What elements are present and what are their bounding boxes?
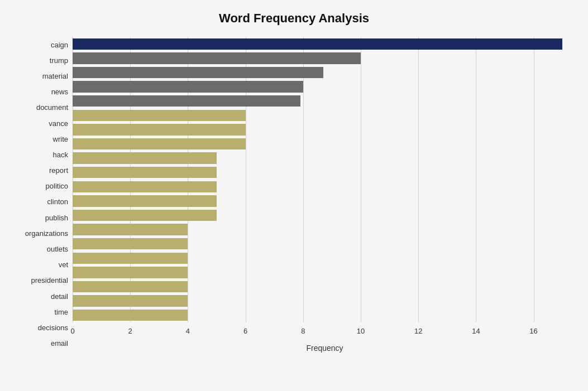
- bar: [73, 95, 300, 107]
- bar: [73, 224, 188, 235]
- x-tick-label: 14: [471, 327, 480, 335]
- bar: [73, 138, 246, 149]
- y-label: document: [36, 104, 68, 111]
- bar: [73, 67, 323, 78]
- bar: [73, 281, 188, 292]
- bar: [73, 124, 246, 135]
- y-axis-labels: caigntrumpmaterialnewsdocumentvancewrite…: [11, 37, 73, 353]
- grid-line: [534, 37, 534, 322]
- x-tick-label: 12: [414, 327, 423, 335]
- y-label: email: [51, 340, 68, 347]
- bar: [73, 167, 217, 178]
- y-label: caign: [51, 41, 68, 49]
- x-tick-label: 6: [241, 327, 250, 335]
- y-label: vet: [59, 261, 68, 268]
- y-label: clinton: [47, 198, 68, 205]
- bar: [73, 110, 246, 121]
- bar: [73, 152, 217, 163]
- x-tick-label: 16: [529, 327, 538, 335]
- bar: [73, 310, 188, 321]
- x-tick-label: 4: [183, 327, 192, 335]
- y-label: decisions: [38, 324, 68, 331]
- grid-line: [246, 37, 246, 322]
- x-tick-label: 8: [299, 327, 308, 335]
- x-tick-label: 2: [126, 327, 135, 335]
- y-label: trump: [50, 57, 68, 64]
- x-axis-label: Frequency: [73, 344, 577, 353]
- chart-title: Word Frequency Analysis: [11, 11, 577, 26]
- y-label: publish: [45, 214, 68, 221]
- grid-line: [73, 37, 73, 322]
- y-label: detail: [51, 293, 68, 300]
- y-label: organizations: [25, 230, 68, 237]
- y-label: news: [51, 88, 68, 95]
- bar: [73, 38, 562, 50]
- y-label: presidential: [31, 277, 69, 284]
- bar: [73, 267, 188, 278]
- y-label: report: [49, 167, 68, 174]
- bar: [73, 81, 303, 92]
- y-label: politico: [46, 182, 68, 190]
- x-tick-label: 0: [68, 327, 77, 335]
- plot-area: [73, 37, 577, 322]
- y-label: time: [54, 308, 68, 316]
- bar: [73, 195, 217, 206]
- y-label: vance: [49, 120, 68, 127]
- bar: [73, 253, 188, 264]
- chart-container: Word Frequency Analysis caigntrumpmateri…: [0, 0, 588, 391]
- y-label: write: [53, 136, 68, 143]
- grid-line: [476, 37, 476, 322]
- grid-line: [361, 37, 361, 322]
- y-label: outlets: [47, 245, 68, 253]
- x-axis-ticks: 0246810121416: [73, 325, 577, 342]
- grid-line: [130, 37, 131, 322]
- bar: [73, 238, 188, 249]
- bar: [73, 295, 188, 306]
- grid-line: [303, 37, 304, 322]
- bar: [73, 52, 361, 64]
- grid-line: [188, 37, 188, 322]
- grid-line: [418, 37, 419, 322]
- y-label: hack: [53, 151, 68, 158]
- x-tick-label: 10: [356, 327, 365, 335]
- bar: [73, 181, 217, 192]
- y-label: material: [42, 73, 68, 80]
- bar: [73, 210, 217, 221]
